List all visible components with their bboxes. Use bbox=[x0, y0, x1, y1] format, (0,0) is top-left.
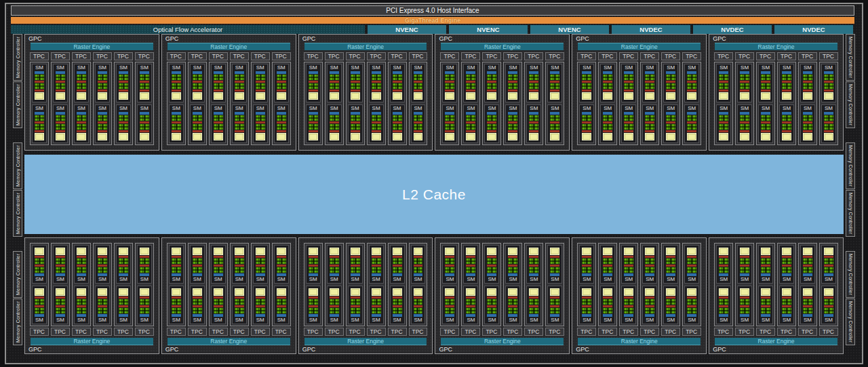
sm-label: SM bbox=[234, 64, 245, 71]
sm-label: SM bbox=[718, 105, 729, 112]
tpc-row: TPCSMSMTPCSMSMTPCSMSMTPCSMSMTPCSMSMTPCSM… bbox=[167, 52, 291, 145]
cuda-core-grid bbox=[761, 267, 770, 273]
sm-block: SM bbox=[684, 64, 699, 102]
cuda-core-grid bbox=[550, 299, 559, 305]
cuda-core-grid bbox=[119, 258, 128, 264]
texture-unit-bar bbox=[487, 81, 496, 83]
memory-controller-segment-left: Memory Controller bbox=[13, 251, 22, 298]
texture-unit-bar bbox=[624, 90, 633, 92]
cuda-core-grid bbox=[35, 308, 44, 313]
raster-engine-bar: Raster Engine bbox=[578, 338, 701, 345]
tpc-label: TPC bbox=[230, 328, 249, 336]
cuda-core-grid bbox=[740, 258, 749, 264]
tpc-sm-container: SMSM bbox=[409, 243, 428, 326]
cuda-core-grid bbox=[687, 267, 696, 273]
scheduler-bar bbox=[172, 71, 181, 74]
rt-core-block bbox=[172, 92, 181, 100]
rt-core-block bbox=[77, 92, 86, 100]
texture-unit-bar bbox=[645, 130, 654, 132]
cuda-core-grid bbox=[624, 115, 633, 121]
cuda-core-grid bbox=[740, 308, 749, 313]
cuda-core-grid bbox=[35, 267, 44, 273]
tpc-label: TPC bbox=[682, 328, 701, 336]
texture-unit-bar bbox=[309, 265, 318, 267]
cuda-core-grid bbox=[35, 258, 44, 264]
tpc-sm-container: SMSM bbox=[440, 243, 459, 326]
texture-unit-bar bbox=[235, 121, 244, 123]
sm-label: SM bbox=[823, 64, 834, 71]
sm-label: SM bbox=[234, 276, 245, 283]
tpc-block: TPCSMSM bbox=[135, 52, 154, 145]
scheduler-bar bbox=[77, 71, 86, 74]
tpc-sm-container: SMSM bbox=[388, 62, 407, 145]
sm-label: SM bbox=[623, 105, 634, 112]
sm-label: SM bbox=[213, 64, 224, 71]
scheduler-bar bbox=[172, 112, 181, 115]
rt-core-block bbox=[235, 92, 244, 100]
tpc-label: TPC bbox=[619, 52, 638, 60]
tpc-sm-container: SMSM bbox=[272, 62, 291, 145]
cuda-core-grid bbox=[782, 308, 791, 313]
sm-block: SM bbox=[526, 286, 541, 324]
sm-label: SM bbox=[139, 276, 150, 283]
memory-controller-segment-right: Memory Controller bbox=[846, 190, 855, 237]
tpc-row: TPCSMSMTPCSMSMTPCSMSMTPCSMSMTPCSMSMTPCSM… bbox=[714, 52, 838, 145]
cuda-core-grid bbox=[77, 75, 86, 80]
cuda-core-grid bbox=[803, 124, 812, 130]
tpc-block: TPCSMSM bbox=[777, 52, 796, 145]
texture-unit-bar bbox=[235, 305, 244, 307]
tpc-label: TPC bbox=[524, 328, 543, 336]
tpc-block: TPCSMSM bbox=[388, 243, 407, 336]
tpc-sm-container: SMSM bbox=[135, 62, 154, 145]
texture-unit-bar bbox=[98, 296, 107, 298]
cuda-core-grid bbox=[330, 75, 339, 80]
texture-unit-bar bbox=[508, 296, 517, 298]
sm-label: SM bbox=[781, 64, 792, 71]
sm-label: SM bbox=[308, 64, 319, 71]
rt-core-block bbox=[214, 92, 223, 100]
cuda-core-grid bbox=[56, 299, 65, 305]
tpc-sm-container: SMSM bbox=[346, 243, 365, 326]
scheduler-bar bbox=[508, 71, 517, 74]
cuda-core-grid bbox=[740, 299, 749, 305]
sm-label: SM bbox=[581, 105, 592, 112]
texture-unit-bar bbox=[193, 265, 202, 267]
gpc-block: GPCRaster EngineTPCSMSMTPCSMSMTPCSMSMTPC… bbox=[161, 34, 296, 151]
cuda-core-grid bbox=[140, 258, 149, 264]
cuda-core-grid bbox=[550, 124, 559, 130]
rt-core-block bbox=[624, 133, 633, 140]
texture-unit-bar bbox=[761, 305, 770, 307]
cuda-core-grid bbox=[761, 83, 770, 89]
sm-label: SM bbox=[686, 276, 697, 283]
texture-unit-bar bbox=[782, 121, 791, 123]
texture-unit-bar bbox=[351, 81, 360, 83]
sm-label: SM bbox=[76, 64, 87, 71]
sm-label: SM bbox=[171, 105, 182, 112]
sm-label: SM bbox=[644, 105, 655, 112]
sm-block: SM bbox=[716, 64, 731, 102]
sm-label: SM bbox=[623, 317, 634, 324]
scheduler-bar bbox=[256, 112, 265, 115]
pci-express-host-interface-bar: PCI Express 4.0 Host Interface bbox=[11, 5, 854, 16]
cuda-core-grid bbox=[140, 267, 149, 273]
cuda-core-grid bbox=[508, 299, 517, 305]
rt-core-block bbox=[98, 288, 107, 296]
tpc-label: TPC bbox=[72, 52, 91, 60]
texture-unit-bar bbox=[98, 81, 107, 83]
tpc-block: TPCSMSM bbox=[188, 52, 207, 145]
texture-unit-bar bbox=[256, 130, 265, 132]
sm-block: SM bbox=[684, 245, 699, 284]
texture-unit-bar bbox=[172, 305, 181, 307]
texture-unit-bar bbox=[235, 256, 244, 258]
sm-label: SM bbox=[623, 276, 634, 283]
rt-core-block bbox=[330, 288, 339, 296]
rt-core-block bbox=[666, 92, 675, 100]
sm-label: SM bbox=[465, 276, 476, 283]
rt-core-block bbox=[372, 133, 381, 140]
texture-unit-bar bbox=[824, 305, 833, 307]
cuda-core-grid bbox=[393, 299, 402, 305]
texture-unit-bar bbox=[687, 121, 696, 123]
sm-block: SM bbox=[74, 64, 89, 102]
tpc-sm-container: SMSM bbox=[388, 243, 407, 326]
tpc-block: TPCSMSM bbox=[798, 243, 817, 336]
